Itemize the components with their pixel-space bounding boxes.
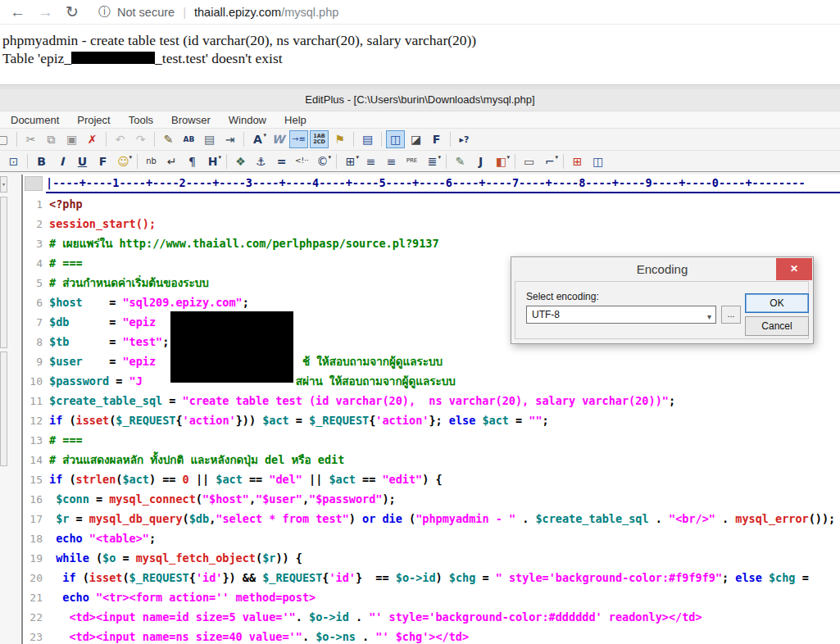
word-wrap-icon[interactable]: →≡ [289,130,308,148]
browser-toolbar: ← → ↻ ⓘ Not secure | thaiall.epizy.com/m… [0,0,840,25]
function-list-icon[interactable]: F [427,130,446,148]
line-number: 1 [23,198,43,211]
align-right-icon[interactable]: ≡ [382,152,401,170]
toolbar-separator [16,132,17,147]
url-path: /mysql.php [281,6,338,19]
menu-window[interactable]: Window [220,111,275,129]
template-icon[interactable]: ⚑ [330,130,349,148]
copyright-icon[interactable]: ©▾ [313,152,332,170]
code-line: 18 echo "<table>"; [23,528,840,548]
page-line-1: phpmyadmin - create table test (id varch… [2,31,838,49]
cut-icon[interactable]: ✂ [21,130,40,148]
menu-browser[interactable]: Browser [162,111,220,129]
forward-icon[interactable]: → [38,3,66,21]
browser-colors-icon[interactable]: ⊞ [568,152,587,170]
vertical-scrollbar-upper[interactable] [0,197,7,348]
list-icon[interactable]: ≣▾ [423,152,442,170]
font-tag-icon[interactable]: F [93,152,112,170]
cancel-button[interactable]: Cancel [745,316,809,336]
ok-button[interactable]: OK [745,293,809,313]
open-tag-icon[interactable]: ▭ [520,152,538,170]
menu-project[interactable]: Project [68,111,119,129]
toolbar-separator [563,154,564,169]
line-number: 13 [23,434,43,447]
context-help-icon[interactable]: ▸? [455,130,474,148]
line-number-icon[interactable]: 1AB2CD [310,130,329,148]
frameset-icon[interactable]: ◫ [588,152,607,170]
underline-icon[interactable]: U [73,152,92,170]
code-line: 17 $r = mysql_db_query($db,"select * fro… [23,509,840,528]
menu-help[interactable]: Help [275,111,316,129]
find-highlight-icon[interactable]: ✎ [159,130,178,148]
comment-icon[interactable]: <!·· [293,152,311,170]
line-break-icon[interactable]: ↵ [162,152,181,170]
code-line: 15if (strlen($act) == 0 || $act == "del"… [23,469,840,489]
line-number: 23 [23,631,43,643]
back-icon[interactable]: ← [10,3,38,21]
copy-icon[interactable]: ⧉ [42,130,61,148]
bold-icon[interactable]: B [32,152,51,170]
new-document-icon[interactable]: ▢ [0,130,12,148]
output-panel-icon[interactable]: ◪ [406,130,425,148]
copy-lines-icon[interactable]: ▤ [200,130,219,148]
code-line: 10$password = "J สผ่าน ให้สอบถามจากผู้ดู… [23,371,840,391]
line-number: 12 [23,415,43,427]
redaction-box [170,311,293,383]
line-number: 8 [23,336,43,348]
code-line: 2session_start(); [23,214,840,234]
splitter-button[interactable]: ▾ [0,176,7,193]
browse-button[interactable]: ... [721,306,741,324]
paragraph-icon[interactable]: ¶ [183,152,202,170]
toolbar-separator [450,132,451,147]
code-line: 1<?php [23,194,840,214]
close-tag-icon[interactable]: ⌐▾ [540,152,559,170]
javascript-icon[interactable]: J [471,152,490,170]
table-icon[interactable]: ⊞▾ [341,152,360,170]
code-line: 14# ส่วนแสดงผลหลัก ทั้งปกติ และหลังกดปุ่… [23,450,840,469]
line-number: 18 [23,533,43,545]
undo-icon[interactable]: ↶ [111,130,129,148]
pre-icon[interactable]: PRE [402,152,421,170]
align-center-icon[interactable]: ≡ [361,152,380,170]
line-number: 9 [23,356,43,368]
encoding-select[interactable]: UTF-8 ▾ [526,306,716,324]
font-icon[interactable]: A▾ [248,130,267,148]
menu-document[interactable]: Document [2,111,68,129]
line-number: 22 [23,611,43,624]
smiley-icon[interactable]: ☺▾ [114,152,133,170]
line-number: 10 [23,375,43,388]
info-icon[interactable]: ⓘ [98,4,111,20]
nbsp-icon[interactable]: nb [142,152,161,170]
line-number: 16 [23,493,43,506]
close-icon[interactable]: ✕ [776,258,812,280]
browser-preview-icon[interactable]: ⊡ [4,152,23,170]
sort-icon[interactable]: AB [179,130,198,148]
line-number: 7 [23,316,43,329]
code-line: 23 <td><input name=ns size=40 value='". … [23,627,840,644]
delete-icon[interactable]: ✗ [83,130,102,148]
toolbar-separator [381,132,382,147]
sidebar-panel-icon[interactable]: ◫ [386,130,405,148]
line-number: 6 [23,297,43,309]
indent-list-icon[interactable]: ⇥ [220,130,239,148]
line-number: 3 [23,238,43,250]
reload-icon[interactable]: ↻ [66,2,93,21]
objects-icon[interactable]: ◧▾ [492,152,511,170]
watermark-icon[interactable]: W [269,130,288,148]
ruler-corner [25,176,43,191]
url-host: thaiall.epizy.com [194,6,281,19]
toolbar-row-2: ⊡BIUF☺▾nb↵¶H▾❖⚓=<!··©▾⊞▾≡≡PRE≣▾✎J◧▾▭⌐▾⊞◫ [0,150,840,172]
address-bar[interactable]: ⓘ Not secure | thaiall.epizy.com/mysql.p… [98,4,338,20]
image-icon[interactable]: ❖ [231,152,250,170]
document-list-icon[interactable]: ▤ [358,130,377,148]
heading-icon[interactable]: H▾ [203,152,222,170]
horizontal-rule-icon[interactable]: = [272,152,291,170]
code-line: 3# เผยแพร่ใน http://www.thaiall.com/perl… [23,234,840,253]
script-icon[interactable]: ✎ [451,152,470,170]
menu-tools[interactable]: Tools [120,111,162,129]
italic-icon[interactable]: I [52,152,71,170]
vertical-scrollbar-lower[interactable] [0,351,7,466]
redo-icon[interactable]: ↷ [131,130,150,148]
paste-icon[interactable]: ▣ [62,130,81,148]
anchor-icon[interactable]: ⚓ [252,152,270,170]
